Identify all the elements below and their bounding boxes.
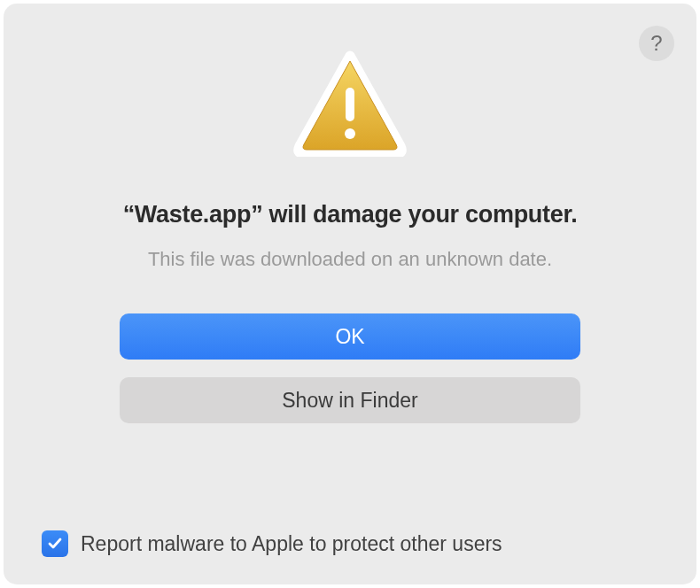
help-button[interactable]: ? bbox=[639, 26, 674, 61]
report-malware-row: Report malware to Apple to protect other… bbox=[42, 530, 502, 557]
ok-button[interactable]: OK bbox=[120, 313, 580, 360]
checkmark-icon bbox=[46, 535, 64, 553]
report-malware-checkbox[interactable] bbox=[42, 530, 68, 557]
question-mark-icon: ? bbox=[650, 31, 662, 56]
gatekeeper-dialog: ? “Waste.app” will damage your computer.… bbox=[4, 4, 696, 584]
button-stack: OK Show in Finder bbox=[120, 313, 580, 423]
ok-button-label: OK bbox=[335, 325, 364, 349]
warning-icon-container bbox=[292, 50, 408, 157]
show-in-finder-label: Show in Finder bbox=[282, 389, 417, 413]
warning-triangle-icon bbox=[292, 50, 408, 157]
show-in-finder-button[interactable]: Show in Finder bbox=[120, 377, 580, 423]
report-malware-label: Report malware to Apple to protect other… bbox=[81, 532, 502, 556]
dialog-headline: “Waste.app” will damage your computer. bbox=[123, 201, 578, 228]
svg-rect-0 bbox=[346, 88, 354, 121]
dialog-subtext: This file was downloaded on an unknown d… bbox=[148, 248, 552, 271]
svg-point-1 bbox=[345, 128, 355, 139]
